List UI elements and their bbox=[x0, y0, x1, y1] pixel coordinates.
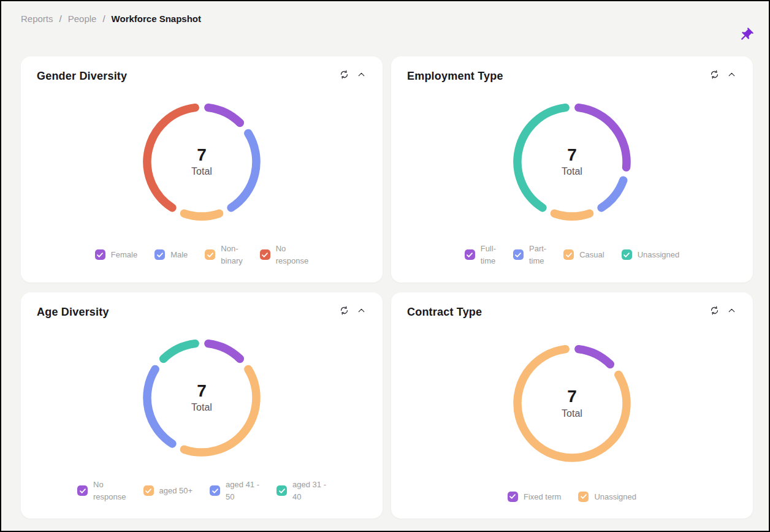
donut-chart-container: 7 Total bbox=[407, 319, 737, 488]
legend-checkbox-checked[interactable] bbox=[77, 485, 88, 496]
legend-label: Male bbox=[170, 249, 188, 261]
donut-segment-part-time[interactable] bbox=[601, 180, 623, 208]
card-header: Contract Type bbox=[407, 306, 737, 319]
legend-label: Full- time bbox=[481, 243, 496, 267]
card-contract-type: Contract Type 7 Total bbox=[391, 292, 753, 519]
donut-chart-container: 7 Total bbox=[37, 83, 367, 240]
card-header: Gender Diversity bbox=[37, 70, 367, 83]
card-title: Contract Type bbox=[407, 306, 482, 319]
legend-checkbox-checked[interactable] bbox=[465, 249, 475, 260]
legend-item-part-time[interactable]: Part- time bbox=[513, 243, 546, 267]
legend-item-male[interactable]: Male bbox=[154, 249, 188, 261]
legend-item-unassigned[interactable]: Unassigned bbox=[622, 249, 680, 261]
legend-label: Non- binary bbox=[221, 243, 242, 267]
refresh-icon[interactable] bbox=[709, 69, 720, 80]
chart-legend: FemaleMaleNon- binaryNo response bbox=[37, 240, 367, 272]
legend-item-non-binary[interactable]: Non- binary bbox=[205, 243, 242, 267]
legend-checkbox-checked[interactable] bbox=[508, 492, 518, 502]
legend-checkbox-checked[interactable] bbox=[563, 249, 574, 260]
cards-grid: Gender Diversity 7 Total bbox=[21, 56, 753, 519]
legend-label: aged 31 - 40 bbox=[292, 479, 326, 503]
donut-chart bbox=[139, 335, 265, 461]
legend-item-full-time[interactable]: Full- time bbox=[465, 243, 496, 267]
donut-segment-unassigned[interactable] bbox=[517, 107, 565, 207]
card-actions bbox=[709, 305, 737, 316]
legend-item-fixed-term[interactable]: Fixed term bbox=[508, 491, 561, 503]
donut-segment-no-response[interactable] bbox=[147, 107, 195, 207]
legend-label: No response bbox=[276, 243, 308, 267]
breadcrumb-people[interactable]: People bbox=[68, 13, 97, 24]
breadcrumb-current-page: Workforce Snapshot bbox=[112, 13, 201, 24]
legend-checkbox-checked[interactable] bbox=[513, 249, 524, 260]
legend-checkbox-checked[interactable] bbox=[622, 249, 632, 260]
card-actions bbox=[338, 305, 367, 316]
legend-checkbox-checked[interactable] bbox=[205, 249, 215, 260]
legend-label: aged 41 - 50 bbox=[226, 479, 259, 503]
refresh-icon[interactable] bbox=[338, 305, 349, 316]
legend-label: Casual bbox=[579, 249, 604, 261]
legend-checkbox-checked[interactable] bbox=[95, 249, 105, 260]
collapse-icon[interactable] bbox=[726, 305, 737, 316]
legend-label: Female bbox=[111, 249, 137, 261]
donut-chart bbox=[139, 99, 265, 225]
legend-item-unassigned[interactable]: Unassigned bbox=[578, 491, 636, 503]
chart-legend: No responseaged 50+aged 41 - 50aged 31 -… bbox=[37, 476, 367, 507]
donut-segment-aged-41-50[interactable] bbox=[147, 369, 172, 443]
donut-chart-container: 7 Total bbox=[37, 319, 367, 476]
workforce-snapshot-page: { "breadcrumb": { "items": [ { "label": … bbox=[0, 0, 770, 532]
legend-label: No response bbox=[93, 479, 126, 503]
card-header: Employment Type bbox=[407, 70, 737, 83]
card-title: Gender Diversity bbox=[37, 70, 127, 83]
legend-item-aged-50[interactable]: aged 50+ bbox=[143, 485, 193, 497]
donut-segment-full-time[interactable] bbox=[579, 107, 627, 167]
donut-segment-male[interactable] bbox=[231, 133, 256, 207]
legend-checkbox-checked[interactable] bbox=[210, 485, 220, 496]
legend-item-casual[interactable]: Casual bbox=[563, 249, 604, 261]
legend-checkbox-checked[interactable] bbox=[143, 485, 154, 496]
legend-label: aged 50+ bbox=[159, 485, 193, 497]
donut-segment-fixed-term[interactable] bbox=[579, 349, 610, 365]
refresh-icon[interactable] bbox=[709, 305, 720, 316]
legend-item-aged-41-50[interactable]: aged 41 - 50 bbox=[210, 479, 259, 503]
donut-segment-female[interactable] bbox=[208, 107, 240, 123]
breadcrumb-separator: / bbox=[102, 13, 105, 24]
legend-checkbox-checked[interactable] bbox=[276, 485, 287, 496]
collapse-icon[interactable] bbox=[356, 305, 367, 316]
breadcrumb: Reports / People / Workforce Snapshot bbox=[1, 1, 769, 24]
legend-checkbox-checked[interactable] bbox=[260, 249, 270, 260]
donut-chart-container: 7 Total bbox=[407, 83, 737, 240]
collapse-icon[interactable] bbox=[726, 69, 737, 80]
card-employment-type: Employment Type 7 Total bbox=[391, 56, 753, 283]
legend-item-female[interactable]: Female bbox=[95, 249, 137, 261]
refresh-icon[interactable] bbox=[338, 69, 349, 80]
card-actions bbox=[338, 69, 367, 80]
legend-label: Unassigned bbox=[594, 491, 636, 503]
card-actions bbox=[709, 69, 737, 80]
card-age-diversity: Age Diversity 7 Total bbox=[21, 292, 383, 519]
legend-checkbox-checked[interactable] bbox=[578, 492, 589, 502]
card-title: Age Diversity bbox=[37, 306, 109, 319]
breadcrumb-reports[interactable]: Reports bbox=[21, 13, 53, 24]
chart-legend: Full- timePart- timeCasualUnassigned bbox=[407, 240, 737, 272]
legend-label: Part- time bbox=[529, 243, 546, 267]
card-gender-diversity: Gender Diversity 7 Total bbox=[21, 56, 383, 283]
chart-legend: Fixed termUnassigned bbox=[407, 488, 737, 508]
donut-segment-non-binary[interactable] bbox=[184, 213, 219, 216]
card-header: Age Diversity bbox=[37, 306, 367, 319]
legend-label: Fixed term bbox=[524, 491, 561, 503]
card-title: Employment Type bbox=[407, 70, 503, 83]
legend-checkbox-checked[interactable] bbox=[154, 249, 165, 260]
donut-chart bbox=[509, 99, 635, 225]
breadcrumb-separator: / bbox=[59, 13, 62, 24]
legend-label: Unassigned bbox=[638, 249, 680, 261]
legend-item-no-response[interactable]: No response bbox=[77, 479, 126, 503]
collapse-icon[interactable] bbox=[356, 69, 367, 80]
donut-chart bbox=[509, 340, 635, 466]
donut-segment-aged-50[interactable] bbox=[184, 369, 256, 452]
legend-item-no-response[interactable]: No response bbox=[260, 243, 308, 267]
donut-segment-casual[interactable] bbox=[554, 213, 589, 216]
legend-item-aged-31-40[interactable]: aged 31 - 40 bbox=[276, 479, 326, 503]
donut-segment-aged-31-40[interactable] bbox=[164, 343, 195, 359]
pin-icon[interactable] bbox=[738, 27, 754, 43]
donut-segment-no-response[interactable] bbox=[208, 343, 240, 359]
